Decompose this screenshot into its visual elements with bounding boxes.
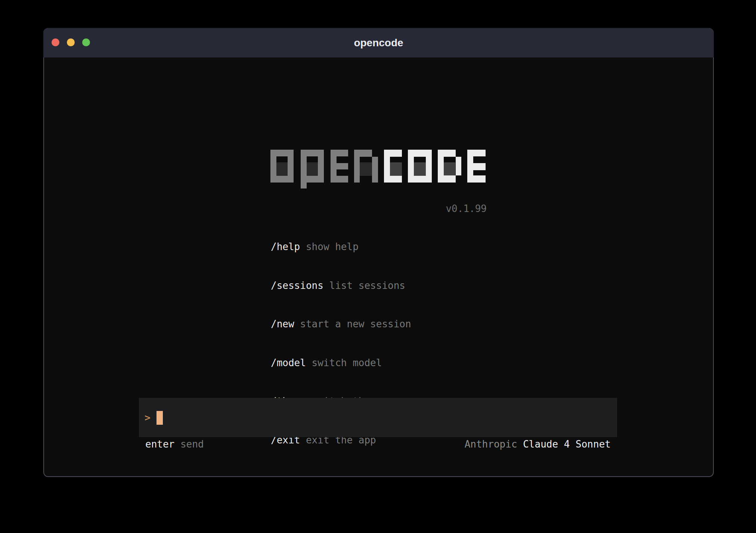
enter-hint: entersend bbox=[145, 438, 204, 450]
window-title: opencode bbox=[43, 28, 714, 57]
command-name: /help bbox=[271, 241, 300, 252]
app-window: opencode bbox=[43, 28, 714, 477]
prompt-symbol: > bbox=[145, 412, 151, 423]
model-indicator: AnthropicClaude 4 Sonnet bbox=[465, 438, 611, 450]
command-name: /sessions bbox=[271, 280, 323, 291]
command-name: /new bbox=[271, 318, 294, 330]
model-name: Claude 4 Sonnet bbox=[523, 439, 611, 450]
enter-hint-action: send bbox=[180, 439, 204, 450]
prompt-input[interactable]: > bbox=[139, 398, 617, 437]
text-cursor bbox=[157, 411, 163, 425]
command-row: /helpshow help bbox=[271, 240, 411, 253]
opencode-logo bbox=[270, 150, 486, 188]
status-bar: entersend AnthropicClaude 4 Sonnet bbox=[139, 438, 617, 450]
command-row: /sessionslist sessions bbox=[271, 279, 411, 292]
command-description: show help bbox=[306, 241, 359, 252]
opencode-logo-glyphs bbox=[270, 150, 486, 188]
command-description: switch model bbox=[312, 357, 382, 368]
model-provider: Anthropic bbox=[465, 439, 517, 450]
enter-hint-key: enter bbox=[145, 439, 174, 450]
window-titlebar[interactable]: opencode bbox=[43, 28, 714, 57]
command-row: /newstart a new session bbox=[271, 318, 411, 331]
command-row: /modelswitch model bbox=[271, 356, 411, 370]
command-description: start a new session bbox=[300, 318, 411, 330]
command-description: list sessions bbox=[329, 280, 406, 291]
version-label: v0.1.99 bbox=[270, 203, 487, 214]
command-name: /model bbox=[271, 357, 306, 368]
